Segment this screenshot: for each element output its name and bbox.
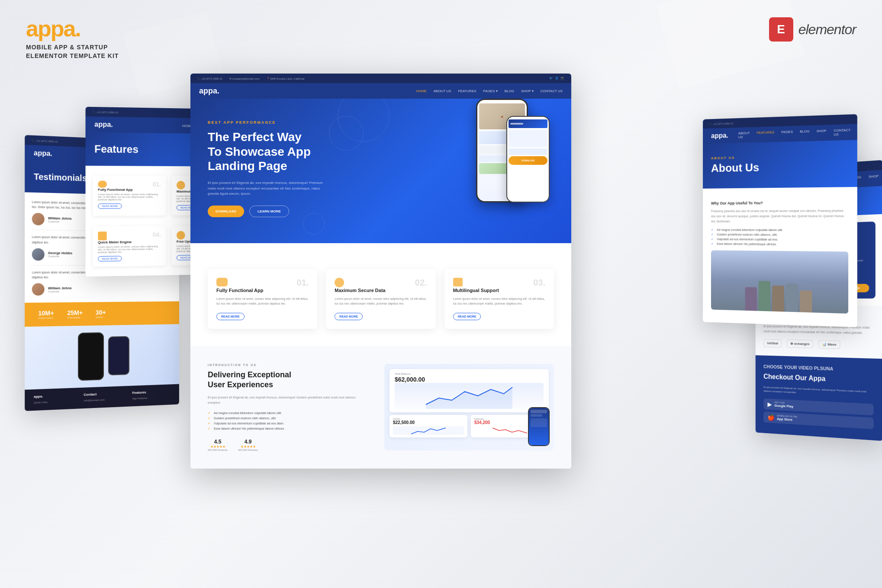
hero-badge: BEST APP PERFORMANCE	[208, 120, 554, 125]
intro-desc: Et ipso prosent et! Eligendi ab, iure im…	[208, 395, 367, 405]
home-feature-card-1: 01. Fully Functional App Lorem ipsum dol…	[208, 269, 317, 328]
checkout-section: CHOOSE YOUR VIDEO PLSUNA Checkout Our Ap…	[756, 355, 882, 441]
elementor-icon: E	[769, 17, 793, 42]
checkout-desc: Et ipso prosent et! Eligendi ab, iure im…	[763, 385, 874, 398]
feature-desc-4: Lorem ipsum dolor sit amet, consec tetur…	[98, 245, 161, 254]
feature-card-link-2[interactable]: READ MORE	[335, 313, 363, 320]
rating-1-label: 255,000 Reviews	[208, 449, 228, 451]
home-feature-card-2: 02. Maximum Secure Data Lorem ipsum dolo…	[326, 269, 435, 328]
learn-more-button[interactable]: LEARN MORE	[249, 206, 289, 217]
intro-section: INTRODUCTION TO US Delivering Exceptiona…	[190, 346, 571, 469]
partner-echanges: ⊕ echanges	[787, 339, 814, 348]
feature-icon-2	[177, 181, 185, 190]
download-button[interactable]: DOWNLOAD	[208, 206, 244, 217]
features-grid: 01. Fully Functional App Lorem ipsum dol…	[208, 269, 554, 328]
screenshot-about: 📞 +12 (977) 2556 12 appa. ABOUT US FEATU…	[703, 114, 857, 327]
hero-title: The Perfect Way To Showcase App Landing …	[208, 130, 554, 174]
dashboard-main-card: Total Balance $62,000.00	[389, 369, 549, 412]
footer-col-brand: appa. Quick Links	[34, 393, 75, 405]
home-feature-card-3: 03. Multilingual Support Lorem ipsum dol…	[444, 269, 554, 328]
about-hero-section: ABOUT US About Us	[703, 140, 857, 189]
rating-1-stars: ★★★★★	[208, 445, 228, 449]
home-nav: appa. HOME ABOUT US FEATURES PAGES ▾ BLO…	[190, 83, 571, 99]
about-content-section: Why Our App Useful To You? Praeseny phar…	[703, 187, 857, 327]
intro-list: Ad magna conubia bibendum vulputate labo…	[208, 411, 367, 430]
dashboard-amount-2: $22,500.00	[393, 420, 464, 425]
author-role-3: Customer	[48, 290, 72, 292]
home-features-section: 01. Fully Functional App Lorem ipsum dol…	[190, 243, 571, 346]
brand-subtitle: MOBILE APP & STARTUP ELEMENTOR TEMPLATE …	[26, 43, 119, 60]
intro-title: Delivering Exceptional User Experiences	[208, 370, 367, 390]
feature-card-link-3[interactable]: READ MORE	[453, 313, 481, 320]
feature-desc-1: Lorem ipsum dolor sit amet, consec tetur…	[98, 193, 161, 201]
feature-icon-1	[98, 181, 106, 188]
dashboard-main-amount: $62,000.00	[395, 376, 544, 383]
feature-link-1[interactable]: READ MORE	[98, 203, 122, 209]
feature-icon-4	[98, 231, 106, 240]
about-title: About Us	[711, 159, 848, 175]
hero-content: BEST APP PERFORMANCE The Perfect Way To …	[208, 120, 554, 217]
feature-icon-5	[177, 231, 185, 240]
feature-card-title-1: Fully Functional App	[216, 288, 309, 293]
google-play-label: Google Play	[774, 404, 793, 408]
feature-link-4[interactable]: READ MORE	[98, 256, 122, 261]
partners-row: tvGlbal ⊕ echanges 📊 Wave	[763, 339, 874, 349]
cloud-icon	[216, 278, 228, 286]
hero-desc: Et ipso prosent et! Eligendi ab, iure im…	[208, 180, 329, 197]
rating-2-stars: ★★★★★	[238, 445, 258, 449]
phone-mockup-right	[108, 336, 129, 376]
stat-rating-2: 4.9 ★★★★★ 300,000 Reviews	[238, 439, 258, 451]
checkout-label: CHOOSE YOUR VIDEO PLSUNA	[763, 364, 874, 373]
features-nav-logo: appa.	[94, 121, 113, 129]
about-feature-list: Ad magna conubia bibendum vulputate labo…	[711, 228, 848, 246]
partner-tvglobal: tvGlbal	[763, 339, 782, 347]
checkout-app-title: Checkout Our Appa	[763, 372, 874, 386]
feature-card-desc-1: Lorem ipsum dolor sit amet, consec tetur…	[216, 296, 309, 306]
apple-store-icon: 🍎	[767, 414, 774, 421]
intro-stats: 4.5 ★★★★★ 255,000 Reviews 4.9 ★★★★★ 300,…	[208, 439, 367, 451]
user-icon	[335, 278, 344, 287]
elementor-badge: E elementor	[769, 17, 856, 42]
partner-wave: 📊 Wave	[818, 340, 840, 349]
about-nav-logo: appa.	[711, 132, 728, 140]
testimonial-nav-logo: appa.	[34, 149, 52, 158]
author-role-1: Customer	[48, 220, 72, 223]
intro-dashboard: Total Balance $62,000.00 Income $22,500.…	[384, 364, 554, 450]
footer-col-features: Features App Features	[132, 389, 171, 401]
home-topbar: 📞 +12 (977) 2556 12 ✉ company@domain.com…	[190, 74, 571, 83]
hero-section: BEST APP PERFORMANCE The Perfect Way To …	[190, 99, 571, 243]
rating-2-number: 4.9	[238, 439, 258, 445]
testimonial-avatar-1	[32, 213, 45, 225]
about-nav-items: ABOUT US FEATURES PAGES BLOG SHOP CONTAC…	[738, 128, 850, 139]
phone-showcase	[25, 324, 179, 390]
feature-card-desc-2: Lorem ipsum dolor sit amet, consec tetur…	[335, 296, 427, 306]
feature-title-4: Quick Mailer Engine	[98, 240, 161, 244]
chart-icon	[453, 278, 463, 286]
hero-buttons: DOWNLOAD LEARN MORE	[208, 206, 554, 217]
feature-card-link-1[interactable]: READ MORE	[216, 313, 245, 320]
screenshot-home: 📞 +12 (977) 2556 12 ✉ company@domain.com…	[190, 74, 571, 469]
rating-1-number: 4.5	[208, 439, 228, 445]
brand-area: appa. MOBILE APP & STARTUP ELEMENTOR TEM…	[26, 17, 119, 60]
stat-awards: 30+	[96, 309, 106, 316]
about-image	[711, 250, 848, 313]
stats-section: 10M+ Active Users 25M+ Downloads 30+ Awa…	[25, 301, 179, 327]
dashboard-phone	[528, 407, 550, 446]
about-description: Praeseny pharetra dus utor et ornaris es…	[711, 208, 848, 224]
stat-downloads: 25M+	[67, 309, 83, 317]
stat-users: 10M+	[38, 309, 54, 317]
feature-card-1: 01. Fully Functional App Lorem ipsum dol…	[93, 175, 166, 215]
footer-col-contact: Contact info@domain.com	[84, 391, 123, 403]
author-name-2: George Hobbs	[48, 251, 72, 255]
home-nav-items: HOME ABOUT US FEATURES PAGES ▾ BLOG SHOP…	[416, 89, 563, 93]
elementor-text: elementor	[798, 22, 856, 38]
intro-badge: INTRODUCTION TO US	[208, 363, 367, 366]
google-play-icon: ▶	[767, 401, 772, 408]
app-store-buttons: ▶ GET IT ON Google Play 🍎 DOWNLOAD ON TH…	[763, 398, 874, 429]
feature-card-title-3: Multilingual Support	[453, 288, 545, 293]
dashboard-card-2: Income $22,500.00	[389, 415, 467, 437]
feature-card-4: 04. Quick Mailer Engine Lorem ipsum dolo…	[93, 226, 166, 267]
about-subtitle: Why Our App Useful To You?	[711, 200, 848, 206]
rating-2-label: 300,000 Reviews	[238, 449, 258, 451]
testimonial-avatar-2	[32, 248, 45, 260]
